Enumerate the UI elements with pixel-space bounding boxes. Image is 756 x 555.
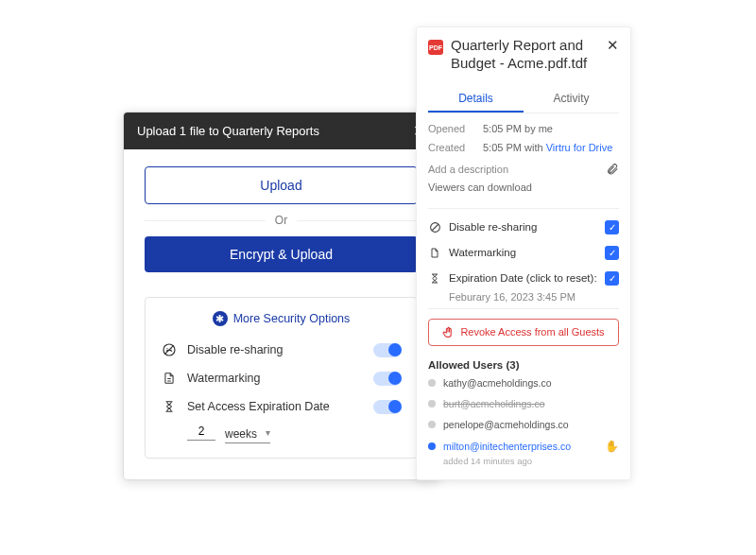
security-options-box: ✱ More Security Options Disable re-shari… xyxy=(145,297,418,459)
metadata: Opened 5:05 PM by me Created 5:05 PM wit… xyxy=(417,113,630,202)
or-divider: Or xyxy=(145,214,418,227)
status-dot xyxy=(428,442,436,450)
user-row[interactable]: burt@acmeholdings.co xyxy=(417,393,630,414)
encrypt-upload-button[interactable]: Encrypt & Upload xyxy=(145,236,418,272)
option-expiration: Set Access Expiration Date xyxy=(161,392,402,421)
virtru-link[interactable]: Virtru for Drive xyxy=(546,142,613,153)
option-watermarking: Watermarking xyxy=(161,364,402,392)
upload-button[interactable]: Upload xyxy=(145,166,418,204)
expiration-unit-select[interactable]: weeks xyxy=(225,427,270,441)
details-header: PDF Quarterly Report and Budget - Acme.p… xyxy=(417,37,630,80)
document-icon xyxy=(161,371,178,386)
tabs: Details Activity xyxy=(428,86,619,113)
add-description[interactable]: Add a description xyxy=(428,157,619,180)
chk-expiration: Expiration Date (click to reset): ✓ xyxy=(417,266,630,291)
tab-details[interactable]: Details xyxy=(428,86,524,113)
allowed-users-header: Allowed Users (3) xyxy=(417,352,630,373)
status-dot xyxy=(428,400,436,408)
revoke-access-button[interactable]: Revoke Access from all Guests xyxy=(428,319,619,346)
toggle-disable-resharing[interactable] xyxy=(373,343,402,357)
expiration-input-row: weeks xyxy=(187,425,402,441)
checkbox-disable-resharing[interactable]: ✓ xyxy=(605,220,619,234)
user-row[interactable]: milton@initechenterprises.co ✋ xyxy=(417,435,630,458)
share-off-icon xyxy=(428,221,441,234)
svg-line-3 xyxy=(432,224,438,231)
hourglass-icon xyxy=(428,272,441,285)
tab-activity[interactable]: Activity xyxy=(524,86,619,113)
user-added-time: added 14 minutes ago xyxy=(443,456,630,466)
gear-icon: ✱ xyxy=(213,311,228,326)
security-options-header[interactable]: ✱ More Security Options xyxy=(161,311,402,326)
toggle-expiration[interactable] xyxy=(373,400,402,414)
hourglass-icon xyxy=(161,399,178,414)
svg-line-1 xyxy=(164,345,173,354)
dialog-body: Upload Or Encrypt & Upload ✱ More Securi… xyxy=(124,149,438,479)
hand-stop-icon[interactable]: ✋ xyxy=(605,440,619,453)
dialog-title: Upload 1 file to Quarterly Reports xyxy=(137,124,319,138)
chk-watermarking: Watermarking ✓ xyxy=(417,240,630,266)
hand-stop-icon xyxy=(442,326,455,338)
option-disable-resharing: Disable re-sharing xyxy=(161,336,402,364)
file-details-panel: PDF Quarterly Report and Budget - Acme.p… xyxy=(416,26,631,480)
toggle-watermarking[interactable] xyxy=(373,372,402,386)
created-row: Created 5:05 PM with Virtru for Drive xyxy=(428,138,619,157)
close-icon[interactable]: ✕ xyxy=(607,37,619,54)
file-title: Quarterly Report and Budget - Acme.pdf.t… xyxy=(451,37,599,73)
chk-disable-resharing: Disable re-sharing ✓ xyxy=(417,215,630,240)
user-row[interactable]: kathy@acmeholdings.co xyxy=(417,373,630,393)
pdf-icon: PDF xyxy=(428,40,443,55)
checkbox-watermarking[interactable]: ✓ xyxy=(605,246,619,260)
user-row[interactable]: penelope@acmeholdings.co xyxy=(417,414,630,435)
paperclip-icon xyxy=(606,163,619,176)
expiration-date-text: Feburary 16, 2023 3:45 PM xyxy=(449,291,619,303)
status-dot xyxy=(428,379,436,387)
opened-row: Opened 5:05 PM by me xyxy=(428,119,619,138)
checkbox-expiration[interactable]: ✓ xyxy=(605,271,619,286)
dialog-header: Upload 1 file to Quarterly Reports ✕ xyxy=(124,113,438,149)
download-permission: Viewers can download xyxy=(428,180,619,193)
upload-dialog: Upload 1 file to Quarterly Reports ✕ Upl… xyxy=(123,112,439,480)
status-dot xyxy=(428,421,436,428)
share-off-icon xyxy=(161,342,178,357)
expiration-amount-input[interactable] xyxy=(187,425,215,441)
document-icon xyxy=(428,247,441,259)
